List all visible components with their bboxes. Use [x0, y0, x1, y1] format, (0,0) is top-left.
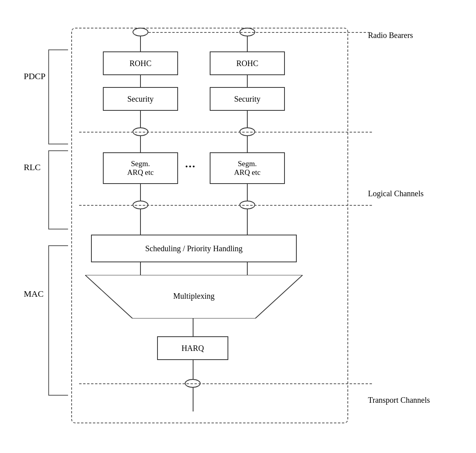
dots-separator: ··· — [185, 160, 196, 173]
multiplexing-shape: Multiplexing — [85, 275, 303, 318]
scheduling-box: Scheduling / Priority Handling — [91, 235, 297, 262]
mux-text-svg: Multiplexing — [173, 292, 214, 301]
rohc1-label: ROHC — [129, 59, 152, 68]
rlc-label: RLC — [24, 162, 41, 172]
vert-logical-right-sched — [247, 209, 248, 235]
vert-sched-mux-right — [247, 262, 248, 276]
vert-sched-mux-left — [140, 262, 141, 276]
diagram-container: PDCP RLC MAC Radio Bearers Logical Chann… — [24, 12, 459, 443]
pdcp-bracket — [48, 49, 68, 144]
security1-label: Security — [127, 95, 154, 104]
rlc-bracket — [48, 150, 68, 229]
security2-label: Security — [234, 95, 261, 104]
radio-bearers-label: Radio Bearers — [368, 31, 459, 40]
vert-sec2-ellipse — [247, 111, 248, 127]
transport-channels-label: Transport Channels — [368, 396, 459, 405]
security1-box: Security — [103, 87, 178, 111]
vert-transport-down — [193, 388, 193, 411]
security2-box: Security — [210, 87, 285, 111]
transport-dashed-line — [79, 383, 372, 384]
pdcp-label: PDCP — [24, 71, 46, 82]
vert-rohc2-security2 — [247, 75, 248, 87]
pdcp-rlc-dashed — [79, 132, 372, 133]
vert-sec1-ellipse — [140, 111, 141, 127]
vert-harq-transport — [193, 360, 193, 379]
harq-label: HARQ — [182, 344, 204, 353]
rlc1-label: Segm. ARQ etc — [127, 159, 154, 177]
rlc2-label: Segm. ARQ etc — [234, 159, 260, 177]
mac-bracket — [48, 245, 68, 396]
vert-mid-left-rlc — [140, 136, 141, 153]
rohc2-label: ROHC — [236, 59, 258, 68]
rohc1-box: ROHC — [103, 51, 178, 75]
vert-top-right — [247, 36, 248, 52]
mac-label: MAC — [24, 289, 44, 299]
radio-dashed-line — [148, 32, 370, 33]
vert-rlc1-bottom — [140, 184, 141, 201]
vert-rlc2-bottom — [247, 184, 248, 201]
rlc2-box: Segm. ARQ etc — [210, 152, 285, 184]
vert-mid-right-rlc — [247, 136, 248, 153]
logical-channels-label: Logical Channels — [368, 189, 459, 198]
scheduling-label: Scheduling / Priority Handling — [145, 244, 243, 253]
vert-mux-harq — [193, 318, 193, 336]
harq-box: HARQ — [157, 336, 228, 360]
rohc2-box: ROHC — [210, 51, 285, 75]
top-ellipse-left — [133, 28, 148, 36]
vert-top-left — [140, 36, 141, 52]
rlc1-box: Segm. ARQ etc — [103, 152, 178, 184]
vert-rohc1-security1 — [140, 75, 141, 87]
logical-dashed-line — [79, 205, 372, 206]
vert-logical-left-sched — [140, 209, 141, 235]
